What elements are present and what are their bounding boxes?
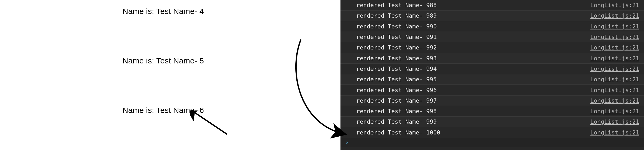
console-log-row[interactable]: rendered Test Name- 989 LongList.js:21 (340, 11, 644, 21)
console-source-link[interactable]: LongList.js:21 (590, 87, 639, 93)
list-item-label: Name is: Test Name- 5 (122, 56, 204, 65)
console-log-row[interactable]: rendered Test Name- 993 LongList.js:21 (340, 53, 644, 63)
console-source-link[interactable]: LongList.js:21 (590, 97, 639, 104)
console-source-link[interactable]: LongList.js:21 (590, 34, 639, 40)
list-item: Name is: Test Name- 5 (122, 56, 340, 65)
console-source-link[interactable]: LongList.js:21 (590, 12, 639, 19)
console-message: rendered Test Name- 993 (356, 55, 437, 62)
console-message: rendered Test Name- 997 (356, 97, 437, 104)
console-source-link[interactable]: LongList.js:21 (590, 129, 639, 136)
console-source-link[interactable]: LongList.js:21 (590, 76, 639, 83)
console-log-row[interactable]: rendered Test Name- 1000 LongList.js:21 (340, 127, 644, 138)
console-message: rendered Test Name- 990 (356, 23, 437, 30)
console-source-link[interactable]: LongList.js:21 (590, 66, 639, 72)
console-source-link[interactable]: LongList.js:21 (590, 2, 639, 8)
console-log-row[interactable]: rendered Test Name- 994 LongList.js:21 (340, 64, 644, 74)
list-item: Name is: Test Name- 6 (122, 106, 340, 115)
console-source-link[interactable]: LongList.js:21 (590, 23, 639, 30)
app-viewport: Name is: Test Name- 4 Name is: Test Name… (0, 0, 340, 150)
console-log-row[interactable]: rendered Test Name- 995 LongList.js:21 (340, 74, 644, 85)
console-message: rendered Test Name- 995 (356, 76, 437, 83)
console-message: rendered Test Name- 996 (356, 87, 437, 93)
console-message: rendered Test Name- 989 (356, 12, 437, 19)
console-input-prompt[interactable]: › (340, 138, 644, 147)
console-message: rendered Test Name- 999 (356, 118, 437, 125)
console-message: rendered Test Name- 994 (356, 66, 437, 72)
console-log-row[interactable]: rendered Test Name- 999 LongList.js:21 (340, 117, 644, 127)
console-log-row[interactable]: rendered Test Name- 992 LongList.js:21 (340, 42, 644, 53)
console-log-row[interactable]: rendered Test Name- 997 LongList.js:21 (340, 96, 644, 106)
console-message: rendered Test Name- 992 (356, 44, 437, 51)
console-source-link[interactable]: LongList.js:21 (590, 44, 639, 51)
chevron-right-icon: › (345, 139, 349, 146)
list-item: Name is: Test Name- 4 (122, 7, 340, 16)
console-source-link[interactable]: LongList.js:21 (590, 108, 639, 114)
console-message: rendered Test Name- 998 (356, 108, 437, 114)
console-log-row[interactable]: rendered Test Name- 996 LongList.js:21 (340, 85, 644, 95)
console-source-link[interactable]: LongList.js:21 (590, 55, 639, 62)
list-item-label: Name is: Test Name- 6 (122, 106, 204, 114)
console-log-row[interactable]: rendered Test Name- 998 LongList.js:21 (340, 106, 644, 117)
list-item-label: Name is: Test Name- 4 (122, 7, 204, 16)
console-log-row[interactable]: rendered Test Name- 991 LongList.js:21 (340, 32, 644, 42)
console-log-row[interactable]: rendered Test Name- 990 LongList.js:21 (340, 21, 644, 32)
console-message: rendered Test Name- 1000 (356, 129, 440, 136)
devtools-console[interactable]: rendered Test Name- 988 LongList.js:21 r… (340, 0, 644, 150)
console-message: rendered Test Name- 991 (356, 34, 437, 40)
console-message: rendered Test Name- 988 (356, 2, 437, 8)
console-source-link[interactable]: LongList.js:21 (590, 118, 639, 125)
console-log-row[interactable]: rendered Test Name- 988 LongList.js:21 (340, 0, 644, 11)
